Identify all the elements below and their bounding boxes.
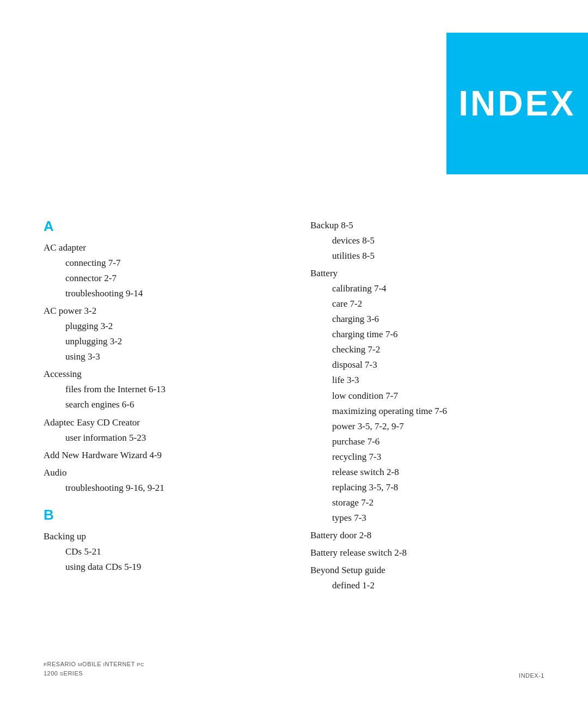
entry-main: AC adapter <box>44 240 278 255</box>
entry-sub: using 3-3 <box>44 349 278 364</box>
entry-sub: replacing 3-5, 7-8 <box>310 480 544 495</box>
entry-main: Audio <box>44 465 278 480</box>
entry-accessing: Accessing files from the Internet 6-13 s… <box>44 367 278 412</box>
entry-battery-release-switch: Battery release switch 2-8 <box>310 545 544 561</box>
entry-sub: storage 7-2 <box>310 495 544 510</box>
entry-main: AC power 3-2 <box>44 303 278 319</box>
footer-product-name: PRESARIO MOBILE INTERNET PC <box>44 660 144 670</box>
entry-sub: files from the Internet 6-13 <box>44 382 278 397</box>
entry-sub: calibrating 7-4 <box>310 281 544 296</box>
entry-sub: care 7-2 <box>310 296 544 312</box>
entry-main: Adaptec Easy CD Creator <box>44 415 278 430</box>
left-column: A AC adapter connecting 7-7 connector 2-… <box>44 218 278 595</box>
entry-sub: charging time 7-6 <box>310 327 544 342</box>
page: INDEX A AC adapter connecting 7-7 connec… <box>0 0 588 706</box>
entry-sub: search engines 6-6 <box>44 397 278 412</box>
entry-main: Battery door 2-8 <box>310 528 544 543</box>
entry-backup: Backup 8-5 devices 8-5 utilities 8-5 <box>310 218 544 264</box>
entry-main: Battery <box>310 266 544 281</box>
right-column: Backup 8-5 devices 8-5 utilities 8-5 Bat… <box>278 218 544 595</box>
entry-main: Accessing <box>44 367 278 382</box>
entry-sub: recycling 7-3 <box>310 449 544 465</box>
entry-sub: plugging 3-2 <box>44 319 278 334</box>
entry-sub: disposal 7-3 <box>310 357 544 373</box>
entry-ac-adapter: AC adapter connecting 7-7 connector 2-7 … <box>44 240 278 301</box>
entry-sub: charging 3-6 <box>310 312 544 327</box>
entry-backing-up: Backing up CDs 5-21 using data CDs 5-19 <box>44 529 278 575</box>
entry-battery: Battery calibrating 7-4 care 7-2 chargin… <box>310 266 544 526</box>
entry-sub: connector 2-7 <box>44 271 278 286</box>
entry-sub: low condition 7-7 <box>310 388 544 404</box>
section-letter-b: B <box>44 507 278 524</box>
entry-sub: using data CDs 5-19 <box>44 559 278 575</box>
index-title: INDEX <box>458 83 576 124</box>
entry-sub: types 7-3 <box>310 510 544 526</box>
index-header-box: INDEX <box>446 33 588 174</box>
entry-sub: power 3-5, 7-2, 9-7 <box>310 419 544 434</box>
entry-sub: troubleshooting 9-14 <box>44 286 278 301</box>
entry-beyond-setup: Beyond Setup guide defined 1-2 <box>310 563 544 593</box>
footer-page-number: Index-1 <box>519 672 544 679</box>
entry-sub: purchase 7-6 <box>310 434 544 449</box>
entry-main: Backing up <box>44 529 278 544</box>
section-letter-a: A <box>44 218 278 235</box>
entry-sub: connecting 7-7 <box>44 255 278 271</box>
entry-sub: life 3-3 <box>310 373 544 388</box>
entry-main: Add New Hardware Wizard 4-9 <box>44 448 278 463</box>
entry-sub: defined 1-2 <box>310 578 544 593</box>
footer: PRESARIO MOBILE INTERNET PC 1200 SERIES … <box>44 660 544 679</box>
entry-sub: checking 7-2 <box>310 342 544 357</box>
entry-audio: Audio troubleshooting 9-16, 9-21 <box>44 465 278 496</box>
entry-sub: utilities 8-5 <box>310 248 544 264</box>
entry-sub: unplugging 3-2 <box>44 334 278 349</box>
entry-main: Beyond Setup guide <box>310 563 544 578</box>
entry-sub: CDs 5-21 <box>44 544 278 559</box>
footer-left: PRESARIO MOBILE INTERNET PC 1200 SERIES <box>44 660 144 679</box>
main-content: A AC adapter connecting 7-7 connector 2-… <box>44 218 544 595</box>
entry-main: Battery release switch 2-8 <box>310 545 544 561</box>
entry-sub: devices 8-5 <box>310 233 544 248</box>
entry-add-new-hardware: Add New Hardware Wizard 4-9 <box>44 448 278 463</box>
entry-sub: user information 5-23 <box>44 430 278 446</box>
entry-ac-power: AC power 3-2 plugging 3-2 unplugging 3-2… <box>44 303 278 364</box>
entry-release-switch: release switch 2-8 <box>310 465 544 480</box>
entry-sub: troubleshooting 9-16, 9-21 <box>44 480 278 496</box>
entry-adaptec: Adaptec Easy CD Creator user information… <box>44 415 278 446</box>
entry-main: Backup 8-5 <box>310 218 544 233</box>
footer-series: 1200 SERIES <box>44 669 144 679</box>
entry-sub: maximizing operating time 7-6 <box>310 404 544 419</box>
entry-battery-door: Battery door 2-8 <box>310 528 544 543</box>
